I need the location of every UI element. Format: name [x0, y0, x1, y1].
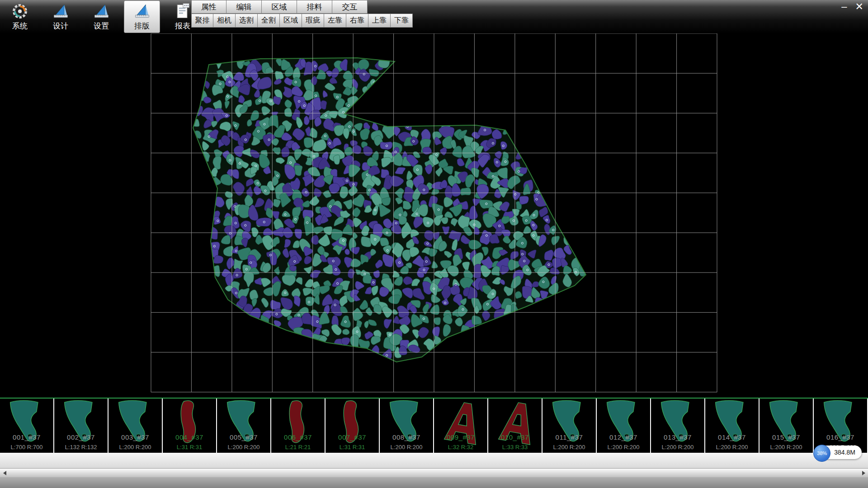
- piece-counts-label: L:32 R:32: [434, 444, 487, 450]
- piece-id-label: 013_#37: [651, 433, 704, 441]
- piece-counts-label: L:31 R:31: [163, 444, 216, 450]
- scroll-left-arrow[interactable]: [0, 469, 9, 478]
- piece-thumbnail-009_#37[interactable]: 009_#37L:32 R:32: [434, 399, 487, 453]
- toolbar-button-label: 排版: [134, 21, 150, 31]
- piece-thumbnail-008_#37[interactable]: 008_#37L:200 R:200: [380, 399, 433, 453]
- piece-counts-label: L:200 R:200: [108, 444, 162, 450]
- piece-thumbnail-011_#37[interactable]: 011_#37L:200 R:200: [542, 399, 596, 453]
- toolbar-button-settings[interactable]: 设置: [83, 0, 119, 33]
- piece-counts-label: L:200 R:200: [705, 444, 759, 450]
- tool-button-snap-top[interactable]: 上靠: [368, 14, 391, 28]
- toolbar-button-design[interactable]: 设计: [42, 0, 79, 33]
- piece-thumbnail-015_#37[interactable]: 015_#37L:200 R:200: [760, 399, 813, 453]
- piece-id-label: 006_#37: [271, 433, 325, 441]
- piece-id-label: 014_#37: [705, 433, 759, 441]
- toolbar-button-label: 报表: [175, 21, 190, 31]
- tool-button-snap-bottom[interactable]: 下靠: [391, 14, 413, 28]
- piece-id-label: 009_#37: [434, 433, 487, 441]
- piece-id-label: 005_#37: [217, 433, 270, 441]
- main-toolbar: 系统设计设置排版报表: [2, 0, 201, 33]
- tool-button-camera[interactable]: 相机: [213, 14, 236, 28]
- tool-button-snap-left[interactable]: 左靠: [324, 14, 346, 28]
- gear-icon: [11, 2, 29, 20]
- memory-pill: 38% 384.8M: [816, 446, 862, 459]
- tool-button-snap-right[interactable]: 右靠: [346, 14, 368, 28]
- piece-counts-label: L:21 R:21: [271, 444, 325, 450]
- tool-button-defect[interactable]: 瑕疵: [302, 14, 324, 28]
- toolbar-button-system[interactable]: 系统: [2, 0, 38, 33]
- piece-id-label: 008_#37: [380, 433, 433, 441]
- bottom-band: [0, 477, 868, 488]
- close-button[interactable]: ✕: [855, 1, 863, 13]
- piece-counts-label: L:33 R:33: [488, 444, 542, 450]
- piece-counts-label: L:31 R:31: [326, 444, 379, 450]
- menu-tab-properties[interactable]: 属性: [191, 0, 226, 14]
- minimize-button[interactable]: –: [841, 1, 847, 13]
- piece-counts-label: L:132 R:132: [54, 444, 108, 450]
- piece-id-label: 004_#37: [163, 433, 216, 441]
- menu-tab-nesting[interactable]: 排料: [297, 0, 332, 14]
- hide-nesting-view: [0, 33, 868, 398]
- piece-id-label: 007_#37: [326, 433, 379, 441]
- piece-counts-label: L:700 R:700: [0, 444, 53, 450]
- menu-tab-region[interactable]: 区域: [262, 0, 297, 14]
- piece-thumbnail-014_#37[interactable]: 014_#37L:200 R:200: [705, 399, 759, 453]
- piece-thumbnail-005_#37[interactable]: 005_#37L:200 R:200: [217, 399, 270, 453]
- piece-counts-label: L:200 R:200: [597, 444, 650, 450]
- piece-id-label: 011_#37: [542, 433, 596, 441]
- status-band: [0, 453, 868, 468]
- pieces-strip: 001_#37L:700 R:700002_#37L:132 R:132003_…: [0, 398, 868, 453]
- menu-tab-interactive[interactable]: 交互: [332, 0, 368, 14]
- piece-thumbnail-006_#37[interactable]: 006_#37L:21 R:21: [271, 399, 325, 453]
- menu-tab-edit[interactable]: 编辑: [226, 0, 262, 14]
- piece-counts-label: L:200 R:200: [217, 444, 270, 450]
- piece-thumbnail-004_#37[interactable]: 004_#37L:31 R:31: [163, 399, 216, 453]
- tool-button-select-cut[interactable]: 选割: [236, 14, 258, 28]
- piece-thumbnail-013_#37[interactable]: 013_#37L:200 R:200: [651, 399, 704, 453]
- design-tool-icon: [52, 2, 70, 20]
- top-toolbar: 系统设计设置排版报表 属性编辑区域排料交互 聚排相机选割全割区域瑕疵左靠右靠上靠…: [0, 0, 868, 33]
- progress-badge: 38% 384.8M: [816, 445, 862, 460]
- piece-thumbnail-002_#37[interactable]: 002_#37L:132 R:132: [54, 399, 108, 453]
- tool-button-row: 聚排相机选割全割区域瑕疵左靠右靠上靠下靠: [191, 14, 413, 28]
- toolbar-button-label: 系统: [12, 21, 28, 31]
- report-icon: [174, 2, 192, 20]
- piece-thumbnail-003_#37[interactable]: 003_#37L:200 R:200: [108, 399, 162, 453]
- toolbar-button-label: 设计: [53, 21, 68, 31]
- piece-thumbnail-012_#37[interactable]: 012_#37L:200 R:200: [597, 399, 650, 453]
- piece-thumbnail-007_#37[interactable]: 007_#37L:31 R:31: [326, 399, 379, 453]
- progress-percent-badge: 38%: [813, 445, 830, 462]
- piece-thumbnail-010_#37[interactable]: 010_#37L:33 R:33: [488, 399, 542, 453]
- layout-tool-icon: [133, 2, 151, 20]
- window-controls: – ✕: [841, 1, 863, 13]
- app-window: 系统设计设置排版报表 属性编辑区域排料交互 聚排相机选割全割区域瑕疵左靠右靠上靠…: [0, 0, 868, 488]
- piece-counts-label: L:200 R:200: [760, 444, 813, 450]
- tool-button-region[interactable]: 区域: [280, 14, 302, 28]
- piece-id-label: 016_#37: [814, 433, 867, 441]
- settings-tool-icon: [92, 2, 110, 20]
- piece-counts-label: L:200 R:200: [651, 444, 704, 450]
- scroll-right-arrow[interactable]: [859, 469, 868, 478]
- menu-tabs-row: 属性编辑区域排料交互: [191, 0, 413, 14]
- tool-button-cut-all[interactable]: 全割: [258, 14, 280, 28]
- piece-id-label: 015_#37: [760, 433, 813, 441]
- right-triangle-icon: [862, 471, 865, 475]
- left-triangle-icon: [3, 471, 6, 475]
- piece-id-label: 012_#37: [597, 433, 650, 441]
- menu-block: 属性编辑区域排料交互 聚排相机选割全割区域瑕疵左靠右靠上靠下靠: [191, 0, 413, 28]
- piece-counts-label: L:200 R:200: [542, 444, 596, 450]
- toolbar-button-layout[interactable]: 排版: [124, 0, 160, 33]
- piece-id-label: 002_#37: [54, 433, 108, 441]
- piece-counts-label: L:200 R:200: [380, 444, 433, 450]
- toolbar-button-label: 设置: [94, 21, 109, 31]
- piece-id-label: 003_#37: [108, 433, 162, 441]
- tool-button-cluster-nest[interactable]: 聚排: [191, 14, 213, 28]
- nesting-canvas[interactable]: [0, 33, 868, 398]
- piece-thumbnail-001_#37[interactable]: 001_#37L:700 R:700: [0, 399, 53, 453]
- memory-usage-label: 384.8M: [834, 449, 855, 456]
- horizontal-scrollbar[interactable]: [0, 468, 868, 477]
- piece-id-label: 001_#37: [0, 433, 53, 441]
- piece-id-label: 010_#37: [488, 433, 542, 441]
